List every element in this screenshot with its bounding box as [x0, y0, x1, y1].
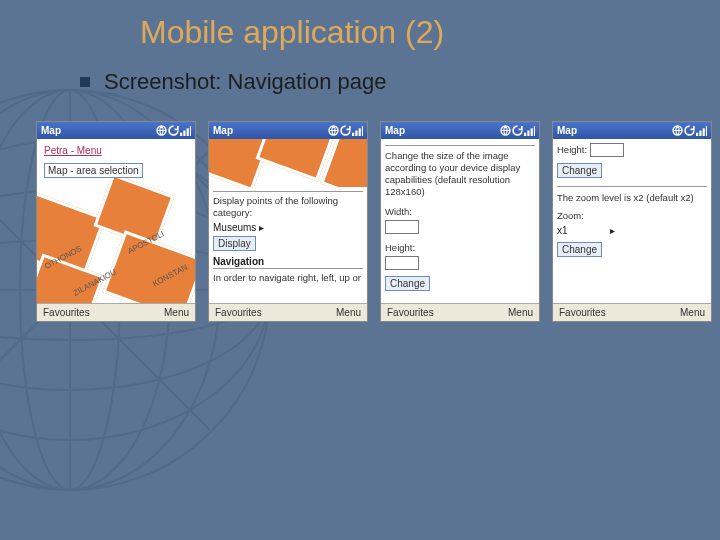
phone-screenshot-1: Map OTHONOS ZILANAKIOU APOSTOLI KONSTAN …: [36, 121, 196, 322]
svg-rect-27: [531, 128, 533, 136]
svg-rect-22: [359, 128, 361, 136]
world-icon: [500, 125, 511, 136]
dropdown-arrow-icon: ▸: [610, 225, 615, 236]
refresh-icon: [340, 125, 351, 136]
softkey-left[interactable]: Favourites: [559, 307, 606, 318]
svg-rect-30: [696, 133, 698, 136]
category-value: Museums: [213, 222, 256, 233]
svg-rect-18: [190, 126, 191, 136]
display-button[interactable]: Display: [213, 236, 256, 251]
softkey-left[interactable]: Favourites: [387, 307, 434, 318]
navigation-text: In order to navigate right, left, up or: [213, 272, 363, 284]
refresh-icon: [512, 125, 523, 136]
titlebar: Map: [37, 122, 195, 139]
height-label: Height:: [385, 242, 415, 253]
svg-rect-31: [699, 131, 701, 137]
softkey-bar: Favourites Menu: [37, 303, 195, 321]
dropdown-arrow-icon: ▸: [259, 222, 264, 233]
refresh-icon: [168, 125, 179, 136]
height-label: Height:: [557, 144, 587, 155]
status-icons: [156, 125, 191, 136]
softkey-bar: Favourites Menu: [553, 303, 711, 321]
zoom-label: Zoom:: [557, 210, 707, 222]
status-icons: [500, 125, 535, 136]
navigation-heading: Navigation: [213, 256, 363, 269]
category-select[interactable]: Museums ▸: [213, 222, 363, 233]
svg-rect-25: [524, 133, 526, 136]
menu-link[interactable]: Petra - Menu: [44, 145, 102, 156]
softkey-left[interactable]: Favourites: [215, 307, 262, 318]
world-icon: [672, 125, 683, 136]
status-icons: [672, 125, 707, 136]
height-input[interactable]: [590, 143, 624, 157]
titlebar: Map: [553, 122, 711, 139]
svg-rect-23: [362, 126, 363, 136]
svg-rect-26: [527, 131, 529, 137]
svg-rect-16: [183, 131, 185, 137]
zoom-value: x1: [557, 225, 568, 236]
softkey-right[interactable]: Menu: [164, 307, 189, 318]
refresh-icon: [684, 125, 695, 136]
change-button[interactable]: Change: [385, 276, 430, 291]
phone-screenshot-4: Map Height: Change The zoom level is x2 …: [552, 121, 712, 322]
resolution-intro: Change the size of the image according t…: [385, 150, 535, 198]
phone-screenshot-3: Map Change the size of the image accordi…: [380, 121, 540, 322]
signal-icon: [696, 125, 707, 136]
titlebar: Map: [209, 122, 367, 139]
width-label: Width:: [385, 206, 412, 217]
softkey-bar: Favourites Menu: [209, 303, 367, 321]
category-caption: Display points of the following category…: [213, 195, 363, 219]
softkey-right[interactable]: Menu: [508, 307, 533, 318]
softkey-bar: Favourites Menu: [381, 303, 539, 321]
svg-rect-17: [187, 128, 189, 136]
signal-icon: [524, 125, 535, 136]
screen4-body: Height: Change The zoom level is x2 (def…: [553, 139, 711, 303]
softkey-right[interactable]: Menu: [680, 307, 705, 318]
slide-subtitle: Screenshot: Navigation page: [80, 69, 720, 95]
softkey-left[interactable]: Favourites: [43, 307, 90, 318]
change-button-2[interactable]: Change: [557, 242, 602, 257]
svg-rect-32: [703, 128, 705, 136]
svg-rect-20: [352, 133, 354, 136]
signal-icon: [352, 125, 363, 136]
screenshot-row: Map OTHONOS ZILANAKIOU APOSTOLI KONSTAN …: [36, 121, 720, 322]
screen2-body: Display points of the following category…: [209, 139, 367, 303]
titlebar-text: Map: [385, 125, 405, 136]
slide-title: Mobile application (2): [140, 14, 720, 51]
bullet-icon: [80, 77, 90, 87]
titlebar-text: Map: [557, 125, 577, 136]
status-icons: [328, 125, 363, 136]
signal-icon: [180, 125, 191, 136]
world-icon: [328, 125, 339, 136]
titlebar: Map: [381, 122, 539, 139]
svg-rect-21: [355, 131, 357, 137]
titlebar-text: Map: [213, 125, 233, 136]
svg-rect-33: [706, 126, 707, 136]
screen3-body: Change the size of the image according t…: [381, 139, 539, 303]
titlebar-text: Map: [41, 125, 61, 136]
svg-rect-28: [534, 126, 535, 136]
height-input[interactable]: [385, 256, 419, 270]
zoom-select[interactable]: x1 ▸: [557, 225, 707, 236]
change-button-1[interactable]: Change: [557, 163, 602, 178]
subtitle-text: Screenshot: Navigation page: [104, 69, 387, 94]
svg-rect-15: [180, 133, 182, 136]
world-icon: [156, 125, 167, 136]
softkey-right[interactable]: Menu: [336, 307, 361, 318]
screen1-body: OTHONOS ZILANAKIOU APOSTOLI KONSTAN Petr…: [37, 139, 195, 303]
width-input[interactable]: [385, 220, 419, 234]
zoom-intro: The zoom level is x2 (default x2): [557, 192, 707, 204]
phone-screenshot-2: Map Display points of the following cate…: [208, 121, 368, 322]
area-selection-link[interactable]: Map - area selection: [44, 163, 143, 178]
